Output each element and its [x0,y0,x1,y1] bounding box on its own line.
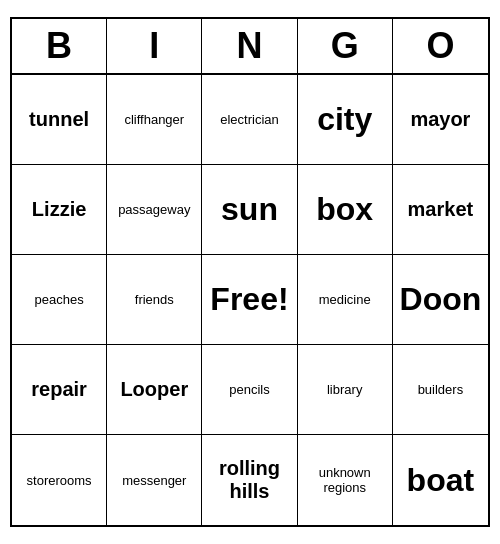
bingo-cell: boat [393,435,488,525]
bingo-cell: pencils [202,345,297,435]
bingo-cell: storerooms [12,435,107,525]
cell-text: library [327,382,362,397]
cell-text: rolling hills [206,457,292,503]
bingo-cell: tunnel [12,75,107,165]
header-letter: O [393,19,488,73]
bingo-cell: mayor [393,75,488,165]
cell-text: Looper [120,378,188,401]
bingo-cell: box [298,165,393,255]
bingo-cell: builders [393,345,488,435]
bingo-cell: rolling hills [202,435,297,525]
cell-text: messenger [122,473,186,488]
cell-text: friends [135,292,174,307]
header-letter: I [107,19,202,73]
cell-text: electrician [220,112,279,127]
bingo-cell: Doon [393,255,488,345]
cell-text: passageway [118,202,190,217]
bingo-cell: unknown regions [298,435,393,525]
cell-text: city [317,101,372,138]
bingo-cell: peaches [12,255,107,345]
cell-text: mayor [410,108,470,131]
bingo-cell: repair [12,345,107,435]
cell-text: tunnel [29,108,89,131]
bingo-cell: market [393,165,488,255]
bingo-cell: Lizzie [12,165,107,255]
bingo-cell: Looper [107,345,202,435]
cell-text: storerooms [27,473,92,488]
cell-text: unknown regions [302,465,388,495]
bingo-card: BINGO tunnelcliffhangerelectriciancityma… [10,17,490,527]
bingo-cell: sun [202,165,297,255]
cell-text: pencils [229,382,269,397]
bingo-cell: passageway [107,165,202,255]
cell-text: market [408,198,474,221]
cell-text: peaches [35,292,84,307]
cell-text: cliffhanger [124,112,184,127]
cell-text: builders [418,382,464,397]
cell-text: Doon [400,281,482,318]
bingo-cell: Free! [202,255,297,345]
cell-text: medicine [319,292,371,307]
header-letter: N [202,19,297,73]
cell-text: box [316,191,373,228]
cell-text: repair [31,378,87,401]
bingo-cell: cliffhanger [107,75,202,165]
bingo-header: BINGO [12,19,488,75]
bingo-cell: library [298,345,393,435]
bingo-cell: medicine [298,255,393,345]
cell-text: Lizzie [32,198,86,221]
bingo-cell: city [298,75,393,165]
cell-text: boat [407,462,475,499]
header-letter: G [298,19,393,73]
bingo-cell: electrician [202,75,297,165]
cell-text: sun [221,191,278,228]
header-letter: B [12,19,107,73]
cell-text: Free! [210,281,288,318]
bingo-cell: messenger [107,435,202,525]
bingo-grid: tunnelcliffhangerelectriciancitymayorLiz… [12,75,488,525]
bingo-cell: friends [107,255,202,345]
